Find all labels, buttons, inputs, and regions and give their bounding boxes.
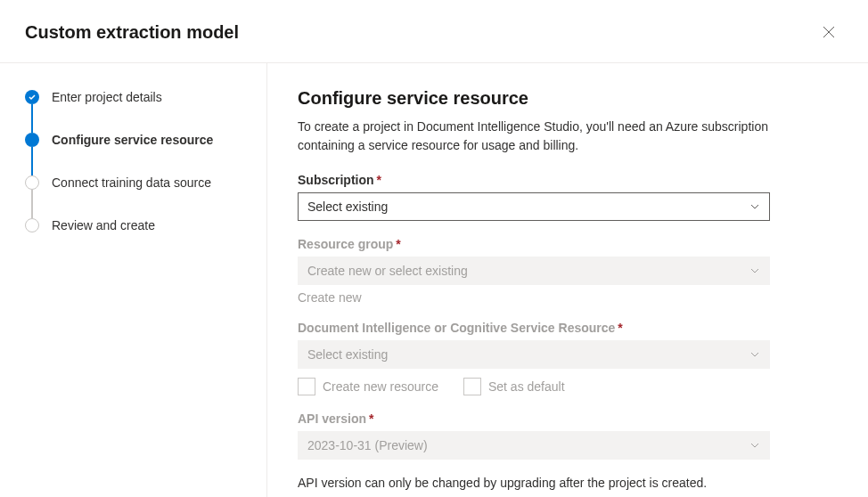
service-resource-select[interactable]: Select existing [298, 340, 770, 369]
field-service-resource: Document Intelligence or Cognitive Servi… [298, 321, 770, 395]
subscription-select[interactable]: Select existing [298, 192, 770, 221]
step-label: Configure service resource [52, 133, 213, 147]
create-new-resource-option[interactable]: Create new resource [298, 378, 438, 395]
resource-group-select[interactable]: Create new or select existing [298, 257, 770, 285]
required-icon: * [396, 237, 400, 251]
step-connector [31, 147, 33, 175]
dialog-header: Custom extraction model [0, 0, 868, 63]
step-configure-service-resource[interactable]: Configure service resource [25, 133, 249, 147]
create-new-resource-checkbox[interactable] [298, 378, 315, 395]
step-connector [31, 190, 33, 218]
field-label-api-version: API version* [298, 411, 770, 426]
select-placeholder: Select existing [307, 347, 388, 362]
checkbox-label: Create new resource [323, 379, 438, 394]
chevron-down-icon [749, 440, 760, 451]
checkbox-label: Set as default [488, 379, 565, 394]
close-button[interactable] [815, 18, 843, 46]
set-as-default-option[interactable]: Set as default [463, 378, 565, 395]
dialog-body: Enter project details Configure service … [0, 63, 868, 497]
set-as-default-checkbox[interactable] [463, 378, 481, 395]
select-value: 2023-10-31 (Preview) [307, 438, 428, 452]
step-label: Enter project details [52, 90, 162, 104]
section-title: Configure service resource [298, 88, 770, 109]
field-resource-group: Resource group* Create new or select exi… [298, 237, 770, 305]
chevron-down-icon [749, 201, 760, 212]
field-label-service-resource: Document Intelligence or Cognitive Servi… [298, 321, 770, 335]
select-placeholder: Create new or select existing [307, 264, 468, 278]
step-enter-project-details[interactable]: Enter project details [25, 90, 249, 104]
step-completed-icon [25, 90, 39, 104]
wizard-steps-sidebar: Enter project details Configure service … [0, 63, 267, 497]
api-version-select[interactable]: 2023-10-31 (Preview) [298, 431, 770, 460]
main-content: Configure service resource To create a p… [267, 63, 868, 497]
field-label-resource-group: Resource group* [298, 237, 770, 251]
step-connect-training-data-source[interactable]: Connect training data source [25, 175, 249, 190]
step-label: Review and create [52, 218, 155, 232]
create-new-resource-group-link[interactable]: Create new [298, 290, 362, 305]
step-connector [31, 104, 33, 133]
step-current-icon [25, 133, 39, 147]
required-icon: * [618, 321, 622, 335]
chevron-down-icon [749, 265, 760, 276]
step-pending-icon [25, 175, 39, 190]
step-pending-icon [25, 218, 39, 232]
required-icon: * [369, 411, 373, 426]
chevron-down-icon [749, 349, 760, 360]
step-label: Connect training data source [52, 175, 211, 190]
field-subscription: Subscription* Select existing [298, 173, 770, 221]
api-version-hint: API version can only be changed by upgra… [298, 476, 770, 490]
service-resource-options: Create new resource Set as default [298, 378, 770, 395]
required-icon: * [377, 173, 381, 187]
select-placeholder: Select existing [307, 200, 388, 214]
field-label-subscription: Subscription* [298, 173, 770, 187]
close-icon [823, 26, 835, 38]
field-api-version: API version* 2023-10-31 (Preview) [298, 411, 770, 460]
dialog-title: Custom extraction model [25, 22, 239, 43]
section-description: To create a project in Document Intellig… [298, 118, 770, 155]
step-review-and-create[interactable]: Review and create [25, 218, 249, 232]
